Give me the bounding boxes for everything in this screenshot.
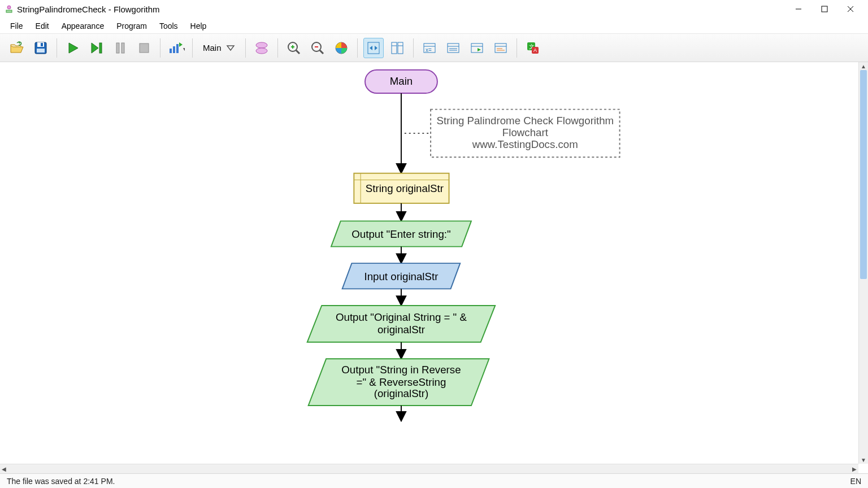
speed-button[interactable]: ▾ xyxy=(166,38,186,58)
horizontal-scrollbar[interactable]: ◀ ▶ xyxy=(0,464,858,473)
flowchart-canvas[interactable]: Main String Palindrome Check Flowgorithm… xyxy=(0,62,868,473)
zoom-out-button[interactable] xyxy=(307,38,328,58)
separator xyxy=(413,38,414,58)
svg-text:A: A xyxy=(533,47,537,53)
flowchart-declare[interactable]: String originalStr xyxy=(354,173,449,203)
svg-rect-8 xyxy=(41,43,43,46)
svg-rect-9 xyxy=(37,49,45,53)
svg-text:String Palindrome Check Flowgo: String Palindrome Check Flowgorithm xyxy=(437,115,614,127)
scroll-thumb-v[interactable] xyxy=(860,70,867,279)
svg-text:▾: ▾ xyxy=(183,46,185,52)
open-button[interactable] xyxy=(7,38,27,58)
flowchart-comment[interactable]: String Palindrome Check Flowgorithm Flow… xyxy=(431,110,619,158)
function-select[interactable]: Main xyxy=(198,41,240,55)
svg-marker-48 xyxy=(478,48,481,51)
svg-text:originalStr: originalStr xyxy=(377,324,425,336)
save-button[interactable] xyxy=(31,38,51,58)
pause-button[interactable] xyxy=(110,38,131,58)
svg-text:x=: x= xyxy=(426,47,432,53)
svg-line-25 xyxy=(296,50,300,54)
svg-rect-3 xyxy=(822,6,827,12)
scroll-right-icon[interactable]: ▶ xyxy=(850,464,858,473)
svg-point-0 xyxy=(7,6,11,9)
layout-auto-button[interactable] xyxy=(363,38,384,58)
svg-text:Output "Original String = " &: Output "Original String = " & xyxy=(336,311,467,323)
svg-marker-33 xyxy=(370,46,372,50)
menu-program[interactable]: Program xyxy=(111,19,153,33)
svg-marker-10 xyxy=(69,43,78,53)
svg-rect-46 xyxy=(471,43,483,53)
scroll-up-icon[interactable]: ▲ xyxy=(859,62,868,70)
svg-point-23 xyxy=(256,48,267,54)
svg-text:=" & ReverseString: =" & ReverseString xyxy=(357,376,446,388)
maximize-button[interactable] xyxy=(811,0,837,18)
titlebar: StringPalindromeCheck - Flowgorithm xyxy=(0,0,868,18)
layout-columns-button[interactable] xyxy=(387,38,407,58)
svg-text:(originalStr): (originalStr) xyxy=(374,387,429,399)
svg-text:Flowchart: Flowchart xyxy=(502,127,549,138)
flowchart-svg: Main String Palindrome Check Flowgorithm… xyxy=(0,62,868,473)
step-button[interactable] xyxy=(86,38,107,58)
zoom-in-button[interactable] xyxy=(284,38,304,58)
svg-rect-17 xyxy=(173,46,175,53)
menu-file[interactable]: File xyxy=(5,19,29,33)
svg-rect-14 xyxy=(121,43,124,53)
flowchart-output-reverse[interactable]: Output "String in Reverse =" & ReverseSt… xyxy=(309,359,489,406)
svg-text:String originalStr: String originalStr xyxy=(366,182,444,194)
flowchart-output-original[interactable]: Output "Original String = " & originalSt… xyxy=(307,306,496,342)
menu-tools[interactable]: Tools xyxy=(154,19,184,33)
svg-line-29 xyxy=(320,50,323,54)
svg-rect-13 xyxy=(116,43,119,53)
svg-rect-15 xyxy=(140,43,149,53)
menu-appearance[interactable]: Appearance xyxy=(56,19,110,33)
flowchart-terminal-main[interactable]: Main xyxy=(365,70,437,93)
separator xyxy=(245,38,246,58)
svg-text:Input originalStr: Input originalStr xyxy=(364,271,439,282)
run-button[interactable] xyxy=(63,38,83,58)
flowchart-output-prompt[interactable]: Output "Enter string:" xyxy=(331,221,471,246)
svg-text:Output "Enter string:": Output "Enter string:" xyxy=(351,228,450,240)
stop-button[interactable] xyxy=(134,38,154,58)
app-icon xyxy=(5,5,14,14)
svg-text:Output "String in Reverse: Output "String in Reverse xyxy=(341,364,461,376)
svg-rect-36 xyxy=(398,42,403,54)
separator xyxy=(517,38,517,58)
close-button[interactable] xyxy=(837,0,863,18)
status-message: The file was saved at 2:41 PM. xyxy=(7,477,115,486)
separator xyxy=(57,38,57,58)
window-title: StringPalindromeCheck - Flowgorithm xyxy=(17,5,160,14)
svg-rect-16 xyxy=(170,49,172,53)
menu-edit[interactable]: Edit xyxy=(30,19,55,33)
toolbar: ▾ Main xyxy=(0,34,868,62)
separator xyxy=(277,38,278,58)
svg-marker-21 xyxy=(227,46,234,50)
minimize-button[interactable] xyxy=(785,0,811,18)
svg-marker-11 xyxy=(92,43,98,53)
scroll-left-icon[interactable]: ◀ xyxy=(0,464,8,473)
menu-help[interactable]: Help xyxy=(185,19,212,33)
source-code-button[interactable] xyxy=(467,38,487,58)
separator xyxy=(357,38,358,58)
separator xyxy=(160,38,160,58)
svg-marker-19 xyxy=(179,42,183,47)
svg-rect-12 xyxy=(99,43,102,53)
variables-button[interactable]: x= xyxy=(419,38,440,58)
flowchart-input[interactable]: Input originalStr xyxy=(342,263,461,289)
svg-rect-18 xyxy=(176,44,179,53)
svg-text:www.TestingDocs.com: www.TestingDocs.com xyxy=(472,138,578,150)
svg-text:Main: Main xyxy=(390,75,413,87)
svg-point-22 xyxy=(256,42,267,48)
menubar: File Edit Appearance Program Tools Help xyxy=(0,18,868,34)
svg-rect-42 xyxy=(448,43,459,53)
vertical-scrollbar[interactable]: ▲ ▼ xyxy=(858,62,868,464)
turtle-graphics-button[interactable] xyxy=(491,38,511,58)
color-scheme-button[interactable] xyxy=(331,38,351,58)
separator xyxy=(192,38,193,58)
svg-marker-34 xyxy=(375,46,377,50)
console-button[interactable] xyxy=(443,38,463,58)
add-function-button[interactable] xyxy=(251,38,272,58)
svg-rect-49 xyxy=(495,43,506,53)
language-button[interactable]: 文 A xyxy=(523,38,543,58)
scroll-down-icon[interactable]: ▼ xyxy=(859,456,868,464)
statusbar: The file was saved at 2:41 PM. EN xyxy=(0,473,868,488)
